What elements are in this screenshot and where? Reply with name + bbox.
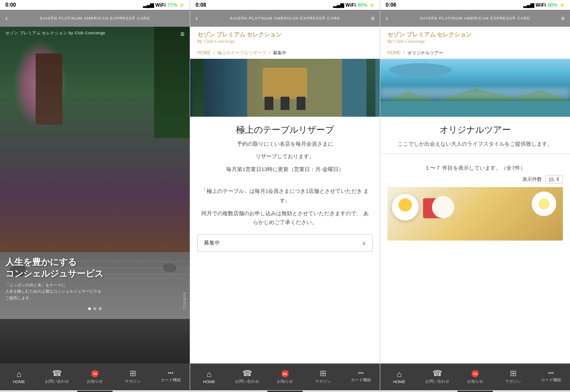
card-icon-3: •••: [548, 371, 554, 376]
body-line4-2: 「極上のテーブル」は毎月1会員さまにつき1店舗とさせていただき ます。: [199, 187, 371, 205]
content-3: セゾン プレミアム セレクション by Club Concierge HOME …: [380, 27, 570, 363]
room-interior: [263, 68, 307, 99]
food-image-3: [387, 187, 563, 241]
nav-bar-2: ‹ SAIS®N PLATINUM AMERICAN EXPRESS® CARD…: [190, 10, 380, 27]
lightning-icon-2: ⚡: [369, 3, 375, 8]
phone-2: 0:08 ▂▄▆ WiFi 80% ⚡ ‹ SAIS®N PLATINUM AM…: [190, 0, 380, 392]
food-item-1: [399, 198, 412, 212]
screen1-menu-button[interactable]: ≡: [180, 30, 184, 38]
section-body-2: 予約の取りにくい名店を毎月会員さまに リザーブしております。 毎月第1営業日13…: [190, 139, 380, 228]
phone-icon-2: ☎: [242, 369, 252, 377]
nav-item-news-1[interactable]: 79 ✉ お知らせ: [76, 369, 114, 384]
content-2: セゾン プレミアム セレクション by Club Concierge HOME …: [190, 27, 380, 363]
bottom-nav-3: ⌂ HOME ☎ お問い合わせ 79 ✉ お知らせ ⊞ マガジン ••• カード…: [380, 363, 570, 390]
time-1: 0:00: [5, 2, 16, 8]
section-title-2: 極上のテーブルリザーブ: [190, 117, 380, 139]
divider-3: [380, 154, 570, 154]
brand-logo-line2-3: by Club Concierge: [387, 38, 472, 44]
news-badge-3: 79: [472, 370, 479, 377]
nav-item-news-3[interactable]: 79 ✉ お知らせ: [456, 369, 494, 384]
contact-label-1: お問い合わせ: [45, 379, 69, 384]
scroll-content-2: セゾン プレミアム セレクション by Club Concierge HOME …: [190, 27, 380, 363]
signal-icon-1: ▂▄▆: [143, 2, 154, 8]
nav-item-home-2[interactable]: ⌂ HOME: [190, 370, 228, 384]
nav-item-magazine-3[interactable]: ⊞ マガジン: [494, 369, 532, 384]
nav-item-card-2[interactable]: ••• カード機能: [342, 371, 380, 383]
food-plate-2: [432, 196, 454, 218]
back-button-2[interactable]: ‹: [195, 14, 198, 22]
body-line1-2: 予約の取りにくい名店を毎月会員さまに: [199, 139, 371, 149]
carousel-dots: [88, 307, 102, 310]
nav-item-magazine-1[interactable]: ⊞ マガジン: [114, 369, 152, 384]
nav-item-magazine-2[interactable]: ⊞ マガジン: [304, 369, 342, 384]
brand-logo-line2-2: by Club Concierge: [197, 38, 281, 44]
wifi-icon-1: WiFi: [155, 2, 166, 8]
home-label-2: HOME: [203, 380, 215, 384]
nav-item-news-2[interactable]: 68 ✉ お知らせ: [266, 369, 304, 384]
breadcrumb-home-3[interactable]: HOME: [387, 50, 401, 55]
nav-bar-3: ‹ SAIS®N PLATINUM AMERICAN EXPRESS® CARD…: [380, 10, 570, 27]
back-button-1[interactable]: ‹: [5, 14, 8, 22]
dropdown-label-2: 募集中: [204, 239, 220, 247]
nav-title-2: SAIS®N PLATINUM AMERICAN EXPRESS® CARD: [230, 16, 340, 20]
nav-item-card-1[interactable]: ••• カード機能: [152, 371, 190, 383]
phone-icon-3: ☎: [432, 369, 442, 377]
nav-item-home-3[interactable]: ⌂ HOME: [380, 370, 418, 384]
card-label-2: カード機能: [351, 377, 371, 383]
card-label-3: カード機能: [541, 377, 561, 383]
count-value-3: 15: [549, 177, 554, 182]
nav-item-home-1[interactable]: ⌂ HOME: [0, 370, 38, 384]
hero-subtitle: 「ニッポンの誇と美」をテーマに人生を愉しむための上質なコンシェルジュサービスをご…: [5, 282, 163, 301]
battery-label-2: 80%: [358, 2, 367, 8]
hero-background-1: [0, 27, 190, 363]
scroll-label: SCROLL: [183, 292, 186, 310]
news-label-3: お知らせ: [467, 379, 483, 384]
breadcrumb-section-2[interactable]: 極上のテーブルリザーブ: [217, 50, 266, 56]
chairs-row: [265, 97, 305, 110]
back-button-3[interactable]: ‹: [386, 14, 388, 22]
breadcrumb-current-2: 募集中: [273, 50, 286, 56]
tree-left: [192, 59, 204, 117]
contact-label-2: お問い合わせ: [235, 379, 259, 384]
magazine-label-2: マガジン: [315, 379, 331, 384]
nav-title-1: SAIS®N PLATINUM AMERICAN EXPRESS® CARD: [40, 16, 150, 20]
lightning-icon-1: ⚡: [179, 3, 184, 8]
nav-item-contact-2[interactable]: ☎ お問い合わせ: [228, 369, 266, 384]
magazine-label-1: マガジン: [125, 379, 141, 384]
dot-1: [88, 307, 91, 310]
body-line3-2: 毎月第1営業日13時に更新（営業日：月-金曜日）: [199, 165, 371, 174]
menu-button-2[interactable]: ≡: [371, 15, 375, 22]
home-indicator-2: [190, 390, 380, 392]
chair-1: [265, 97, 273, 110]
dot-3: [99, 307, 102, 310]
nav-item-card-3[interactable]: ••• カード機能: [532, 371, 570, 383]
home-icon-2: ⌂: [207, 370, 212, 378]
nav-item-contact-3[interactable]: ☎ お問い合わせ: [418, 369, 456, 384]
magazine-icon-3: ⊞: [510, 369, 517, 377]
brand-logo-3: セゾン プレミアム セレクション by Club Concierge: [387, 31, 472, 44]
home-label-1: HOME: [13, 380, 25, 384]
section-body-3: ここでしか出会えない大人のライフスタイルをご提供致します。: [380, 139, 570, 149]
status-icons-2: ▂▄▆ WiFi 80% ⚡: [333, 2, 375, 8]
body-line2-2: リザーブしております。: [199, 152, 371, 161]
home-indicator-1: [0, 390, 190, 392]
card-label-1: カード機能: [161, 377, 181, 383]
dot-2: [94, 307, 96, 310]
status-bar-3: 0:06 ▂▄▆ WiFi 80% ⚡: [380, 0, 570, 10]
mist: [380, 88, 570, 99]
brand-logo-line1-2: セゾン プレミアム セレクション: [197, 31, 281, 38]
dropdown-2[interactable]: 募集中 ∨: [197, 234, 373, 252]
count-select-3[interactable]: 15 ⇕: [546, 175, 563, 184]
food-item-3: [538, 198, 550, 209]
news-badge-1: 79: [91, 370, 98, 377]
items-info-3: １〜７ 件目を表示しています。（全7件）: [380, 159, 570, 175]
battery-label-3: 80%: [548, 2, 558, 8]
bottom-nav-1: ⌂ HOME ☎ お問い合わせ 79 ✉ お知らせ ⊞ マガジン ••• カード…: [0, 363, 190, 390]
brand-header-2: セゾン プレミアム セレクション by Club Concierge: [190, 27, 380, 47]
breadcrumb-home-2[interactable]: HOME: [197, 50, 211, 55]
display-count-3: 表示件数 15 ⇕: [380, 175, 570, 187]
food-plate-3: [532, 192, 556, 216]
magazine-icon-1: ⊞: [130, 369, 136, 377]
nav-item-contact-1[interactable]: ☎ お問い合わせ: [38, 369, 76, 384]
menu-button-3[interactable]: ≡: [561, 15, 565, 22]
